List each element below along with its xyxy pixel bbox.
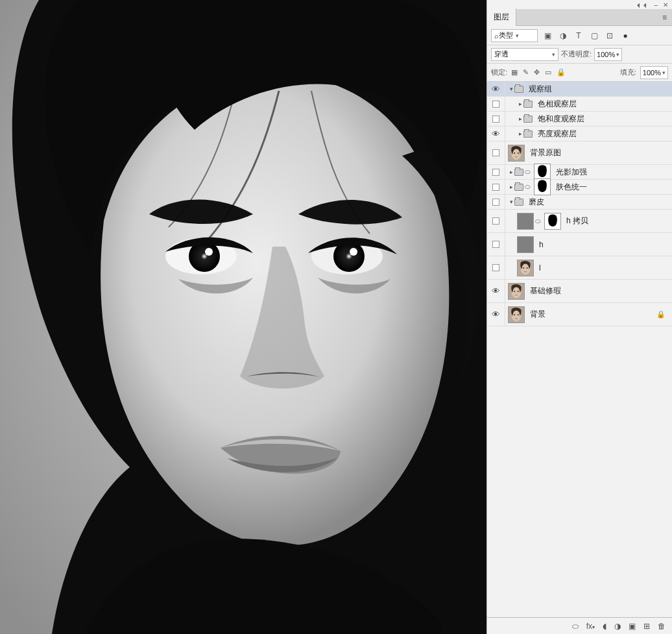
layer-row[interactable]: ▸饱和度观察层: [487, 112, 672, 127]
mask-link-icon[interactable]: ⬭: [525, 183, 531, 191]
svg-point-24: [514, 314, 515, 315]
layer-mask-thumb[interactable]: [544, 213, 561, 230]
visibility-toggle[interactable]: [487, 165, 505, 179]
layer-row[interactable]: 👁背景🔒: [487, 303, 672, 326]
layer-row[interactable]: l: [487, 256, 672, 280]
panel-collapse-icon[interactable]: ⏴⏴: [636, 1, 649, 8]
layer-row[interactable]: 👁▸亮度观察层: [487, 127, 672, 141]
layer-name[interactable]: 磨皮: [529, 197, 544, 208]
layer-thumb[interactable]: [508, 145, 525, 162]
layer-name[interactable]: 观察组: [529, 84, 552, 95]
visibility-toggle[interactable]: 👁: [487, 127, 505, 141]
filter-pixel-icon[interactable]: ▣: [542, 31, 553, 40]
visibility-toggle[interactable]: 👁: [487, 303, 505, 326]
layer-thumb[interactable]: [517, 213, 534, 230]
layer-row[interactable]: ▾磨皮: [487, 195, 672, 210]
eye-icon: 👁: [492, 286, 500, 296]
layer-name[interactable]: 饱和度观察层: [538, 114, 584, 125]
visibility-toggle[interactable]: 👁: [487, 280, 505, 302]
visibility-toggle[interactable]: [487, 141, 505, 164]
layer-thumb[interactable]: [517, 260, 534, 276]
svg-point-20: [514, 291, 515, 292]
blend-mode-value: 穿透: [494, 49, 509, 59]
layer-name[interactable]: 色相观察层: [538, 99, 577, 110]
visibility-toggle[interactable]: [487, 195, 505, 209]
add-adjustment-icon[interactable]: ◑: [614, 622, 621, 631]
layer-row[interactable]: ▸色相观察层: [487, 97, 672, 112]
layer-name[interactable]: 背景: [530, 309, 546, 320]
chevron-down-icon[interactable]: ▾: [508, 86, 514, 92]
lock-icon[interactable]: 🔒: [656, 310, 666, 319]
layer-name[interactable]: l: [539, 263, 541, 273]
layer-mask-thumb[interactable]: [534, 178, 551, 195]
visibility-toggle[interactable]: [487, 210, 505, 232]
filter-shape-icon[interactable]: ▢: [588, 31, 600, 40]
svg-point-10: [518, 152, 519, 154]
panel-menu-icon[interactable]: ≡: [657, 13, 672, 22]
layer-row[interactable]: 背景原图: [487, 141, 672, 165]
layers-list[interactable]: 👁▾观察组▸色相观察层▸饱和度观察层👁▸亮度观察层背景原图▸⬭光影加强▸⬭肤色统…: [487, 82, 672, 617]
layer-thumb[interactable]: [508, 306, 525, 323]
chevron-right-icon[interactable]: ▸: [508, 184, 514, 190]
filter-text-icon[interactable]: T: [573, 31, 584, 40]
filter-type-label: 类型: [499, 30, 513, 40]
lock-brush-icon[interactable]: ✎: [523, 68, 529, 77]
layer-row[interactable]: 👁▾观察组: [487, 82, 672, 97]
layer-row[interactable]: ⬭h 拷贝: [487, 210, 672, 233]
layer-row[interactable]: 👁基础修瑕: [487, 280, 672, 303]
search-icon: ⌕: [494, 32, 499, 40]
layer-name[interactable]: 光影加强: [556, 167, 587, 178]
panel-minimize-icon[interactable]: –: [654, 1, 658, 8]
visibility-toggle[interactable]: [487, 112, 505, 126]
layer-thumb[interactable]: [508, 283, 525, 300]
filter-type-dropdown[interactable]: ⌕ 类型 ▾: [491, 29, 538, 42]
layer-row[interactable]: h: [487, 233, 672, 256]
filter-adjust-icon[interactable]: ◑: [557, 31, 569, 40]
visibility-toggle[interactable]: [487, 97, 505, 111]
layer-content: 背景原图: [505, 145, 672, 162]
layer-name[interactable]: h: [539, 240, 544, 249]
filter-toggle-icon[interactable]: ●: [619, 31, 631, 40]
add-mask-icon[interactable]: ◖: [603, 622, 606, 631]
image-canvas[interactable]: [0, 0, 486, 634]
panel-close-icon[interactable]: ✕: [663, 1, 668, 8]
layer-name[interactable]: h 拷贝: [566, 215, 588, 226]
layer-name[interactable]: 肤色统一: [556, 182, 587, 193]
link-layers-icon[interactable]: ⬭: [572, 622, 579, 631]
chevron-right-icon[interactable]: ▸: [517, 116, 523, 122]
lock-all-icon[interactable]: 🔒: [557, 68, 566, 77]
lock-artboard-icon[interactable]: ▭: [545, 68, 551, 77]
blend-mode-dropdown[interactable]: 穿透 ▾: [491, 48, 558, 61]
chevron-down-icon[interactable]: ▾: [508, 199, 514, 205]
layer-name[interactable]: 基础修瑕: [530, 286, 561, 297]
lock-pixels-icon[interactable]: ▦: [511, 68, 518, 77]
new-layer-icon[interactable]: ⊞: [643, 622, 650, 631]
layer-content: 基础修瑕: [505, 283, 672, 300]
filter-smart-icon[interactable]: ⊡: [604, 31, 616, 40]
layer-row[interactable]: ▸⬭光影加强: [487, 165, 672, 180]
fx-icon[interactable]: fx▾: [586, 622, 595, 631]
visibility-toggle[interactable]: [487, 256, 505, 279]
new-group-icon[interactable]: ▣: [629, 622, 636, 631]
chevron-right-icon[interactable]: ▸: [508, 169, 514, 175]
layer-content: 背景🔒: [505, 306, 672, 323]
visibility-toggle[interactable]: [487, 180, 505, 194]
layer-name[interactable]: 亮度观察层: [538, 128, 577, 140]
mask-link-icon[interactable]: ⬭: [525, 168, 531, 176]
fill-input[interactable]: 100% ▾: [640, 66, 668, 79]
layer-thumb[interactable]: [517, 236, 534, 253]
tab-layers[interactable]: 图层: [487, 8, 516, 26]
lock-position-icon[interactable]: ✥: [534, 68, 540, 77]
chevron-right-icon[interactable]: ▸: [517, 101, 523, 107]
mask-link-icon[interactable]: ⬭: [535, 217, 541, 225]
svg-point-5: [205, 248, 213, 256]
visibility-toggle[interactable]: 👁: [487, 82, 505, 96]
chevron-down-icon: ▾: [516, 32, 519, 39]
chevron-right-icon[interactable]: ▸: [517, 130, 523, 137]
layer-content: ▾磨皮: [505, 197, 672, 208]
visibility-toggle[interactable]: [487, 233, 505, 256]
layer-name[interactable]: 背景原图: [530, 147, 561, 158]
layer-row[interactable]: ▸⬭肤色统一: [487, 180, 672, 195]
opacity-input[interactable]: 100% ▾: [594, 48, 622, 61]
delete-layer-icon[interactable]: 🗑: [658, 622, 666, 631]
